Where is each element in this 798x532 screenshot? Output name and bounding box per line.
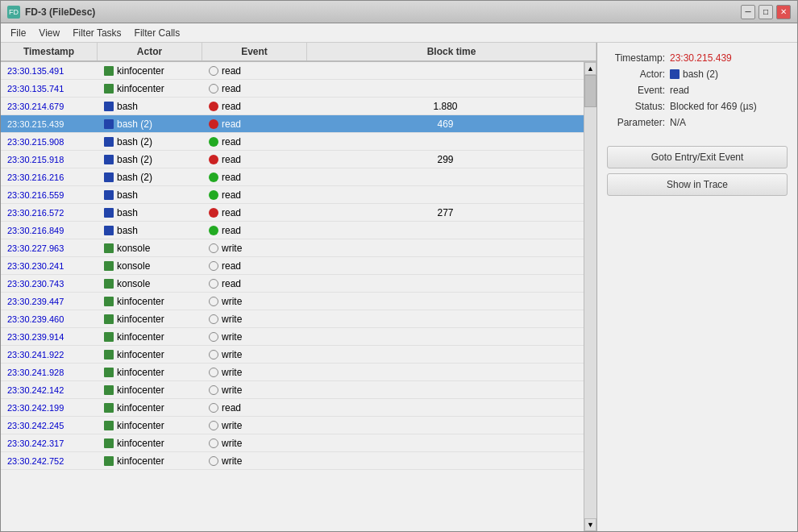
actor-color-indicator [104,155,114,164]
cell-event: write [202,436,307,451]
table-row[interactable]: 23:30.216.216bash (2)read [1,168,584,186]
menu-view[interactable]: View [32,26,66,40]
actor-name: kinfocenter [117,314,164,325]
menu-filter-calls[interactable]: Filter Calls [128,26,187,40]
menu-file[interactable]: File [4,26,32,40]
event-name: read [222,65,241,77]
cell-timestamp: 23:30.242.752 [1,455,98,468]
event-name: read [222,278,241,289]
title-bar: FD FD-3 (FileDesc) ─ □ ✕ [1,1,797,23]
vertical-scrollbar[interactable]: ▲ ▼ [584,62,596,531]
table-row[interactable]: 23:30.242.245kinfocenterwrite [1,417,584,434]
event-name: read [222,225,241,236]
cell-timestamp: 23:30.216.559 [1,189,98,202]
actor-name: kinfocenter [117,438,164,449]
table-row[interactable]: 23:30.215.918bash (2)read299 [1,151,584,168]
cell-timestamp: 23:30.242.245 [1,419,98,432]
event-name: write [222,331,242,343]
cell-event: read [202,152,307,167]
event-name: write [222,296,242,307]
cell-event: read [202,117,307,131]
event-name: read [222,402,241,414]
cell-blocktime [307,300,584,303]
table-row[interactable]: 23:30.214.679bashread1.880 [1,98,584,115]
event-indicator [209,456,218,466]
cell-timestamp: 23:30.242.142 [1,384,98,397]
table-row[interactable]: 23:30.216.849bashread [1,222,584,239]
menu-filter-tasks[interactable]: Filter Tasks [66,26,127,40]
table-row[interactable]: 23:30.135.491kinfocenterread [1,62,584,80]
col-event[interactable]: Event [202,43,307,60]
cell-event: write [202,330,307,344]
cell-timestamp: 23:30.227.963 [1,242,98,255]
actor-name: kinfocenter [117,402,164,414]
cell-actor: konsole [98,241,202,256]
table-row[interactable]: 23:30.230.241konsoleread [1,257,584,275]
actor-label: Actor: [607,69,665,80]
maximize-button[interactable]: □ [759,5,773,19]
cell-blocktime [307,247,584,250]
cell-timestamp: 23:30.216.849 [1,224,98,237]
cell-actor: kinfocenter [98,436,202,451]
event-name: read [222,260,241,272]
actor-name: bash (2) [117,172,152,183]
actor-name: bash [117,207,138,218]
event-indicator [209,350,218,360]
minimize-button[interactable]: ─ [741,5,755,19]
actor-color-indicator [104,66,114,76]
actor-display: bash (2) [670,69,718,80]
table-row[interactable]: 23:30.216.572bashread277 [1,204,584,222]
scroll-down-button[interactable]: ▼ [584,518,596,531]
cell-event: read [202,64,307,78]
detail-event-row: Event: read [607,85,788,96]
cell-timestamp: 23:30.135.741 [1,82,98,95]
scroll-track[interactable] [584,75,596,518]
actor-name: bash (2) [117,118,152,130]
event-name: read [222,83,241,94]
actor-color-indicator [104,438,114,448]
cell-timestamp: 23:30.215.908 [1,135,98,148]
actor-name: kinfocenter [117,455,164,467]
show-in-trace-button[interactable]: Show in Trace [607,173,788,196]
cell-blocktime [307,389,584,392]
table-row[interactable]: 23:30.242.752kinfocenterwrite [1,452,584,470]
detail-timestamp-row: Timestamp: 23:30.215.439 [607,52,788,64]
table-row[interactable]: 23:30.215.439bash (2)read469 [1,115,584,133]
cell-actor: konsole [98,259,202,273]
table-row[interactable]: 23:30.241.922kinfocenterwrite [1,346,584,364]
actor-color-indicator [104,226,114,235]
table-row[interactable]: 23:30.227.963konsolewrite [1,239,584,257]
event-label: Event: [607,85,665,96]
table-row[interactable]: 23:30.239.447kinfocenterwrite [1,293,584,310]
table-row[interactable]: 23:30.135.741kinfocenterread [1,80,584,98]
table-row[interactable]: 23:30.216.559bashread [1,186,584,204]
close-button[interactable]: ✕ [776,5,791,19]
title-bar-left: FD FD-3 (FileDesc) [7,6,95,19]
table-row[interactable]: 23:30.242.199kinfocenterread [1,399,584,417]
cell-timestamp: 23:30.239.460 [1,313,98,326]
table-row[interactable]: 23:30.242.142kinfocenterwrite [1,381,584,399]
cell-blocktime [307,353,584,356]
col-blocktime[interactable]: Block time [307,43,596,60]
table-row[interactable]: 23:30.230.743konsoleread [1,275,584,293]
table-row[interactable]: 23:30.215.908bash (2)read [1,133,584,151]
scroll-up-button[interactable]: ▲ [584,62,596,75]
col-actor[interactable]: Actor [98,43,202,60]
col-timestamp[interactable]: Timestamp [1,43,98,60]
event-name: read [222,154,241,165]
event-name: read [222,136,241,148]
goto-entry-exit-button[interactable]: Goto Entry/Exit Event [607,146,788,168]
table-row[interactable]: 23:30.242.317kinfocenterwrite [1,434,584,452]
cell-event: read [202,135,307,149]
parameter-label: Parameter: [607,117,665,128]
cell-event: read [202,401,307,415]
table-body[interactable]: 23:30.135.491kinfocenterread23:30.135.74… [1,62,584,531]
table-row[interactable]: 23:30.239.914kinfocenterwrite [1,328,584,346]
table-row[interactable]: 23:30.239.460kinfocenterwrite [1,310,584,328]
actor-color-indicator [104,261,114,271]
status-value: Blocked for 469 (µs) [670,101,757,112]
cell-actor: bash (2) [98,135,202,149]
scroll-thumb[interactable] [584,75,596,107]
cell-blocktime [307,442,584,445]
table-row[interactable]: 23:30.241.928kinfocenterwrite [1,364,584,381]
